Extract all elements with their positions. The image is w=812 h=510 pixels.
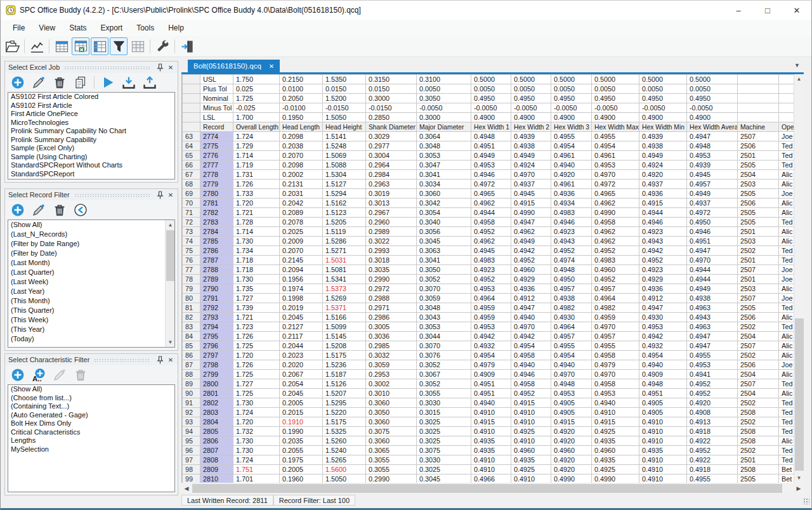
spec-value-cell[interactable]: 0.4900 bbox=[687, 113, 738, 122]
data-cell[interactable]: 0.3045 bbox=[417, 474, 471, 483]
spec-value-cell[interactable]: 0.4950 bbox=[471, 94, 511, 103]
record-filter-item[interactable]: (Filter by Date Range) bbox=[8, 239, 174, 249]
data-cell[interactable]: 0.4947 bbox=[639, 303, 687, 313]
spec-value-cell[interactable]: 0.4900 bbox=[471, 113, 511, 122]
data-cell[interactable]: 0.4910 bbox=[639, 455, 687, 465]
record-cell[interactable]: 2806 bbox=[200, 436, 233, 446]
data-cell[interactable]: 0.4943 bbox=[551, 237, 592, 246]
data-cell[interactable]: 0.4930 bbox=[551, 313, 592, 322]
record-cell[interactable]: 2795 bbox=[200, 332, 233, 341]
data-cell[interactable]: 0.2977 bbox=[366, 141, 417, 151]
data-cell[interactable]: Alic bbox=[779, 436, 794, 446]
data-cell[interactable]: 0.3002 bbox=[366, 379, 417, 389]
data-cell[interactable]: 0.4924 bbox=[511, 160, 551, 170]
data-cell[interactable]: 0.2035 bbox=[280, 436, 323, 446]
column-header-head-length[interactable]: Head Length bbox=[280, 122, 323, 132]
data-cell[interactable]: 0.4920 bbox=[639, 170, 687, 180]
spec-value-cell[interactable]: 0.5000 bbox=[551, 75, 592, 84]
row-number-cell[interactable]: 95 bbox=[183, 436, 200, 446]
record-cell[interactable]: 2793 bbox=[200, 313, 233, 322]
data-cell[interactable]: 0.4940 bbox=[639, 360, 687, 370]
data-cell[interactable]: 0.3075 bbox=[366, 427, 417, 436]
data-cell[interactable]: 2502 bbox=[738, 417, 779, 427]
data-cell[interactable]: 0.3050 bbox=[417, 265, 471, 275]
minimize-button[interactable]: – bbox=[724, 1, 753, 20]
data-cell[interactable]: 1.5099 bbox=[323, 322, 366, 332]
data-cell[interactable]: 0.3075 bbox=[417, 446, 471, 455]
data-cell[interactable]: 2505 bbox=[738, 303, 779, 313]
record-cell[interactable]: 2783 bbox=[200, 218, 233, 227]
spec-value-cell[interactable]: 0.0150 bbox=[366, 84, 417, 94]
data-cell[interactable]: Ted bbox=[779, 427, 794, 436]
data-cell[interactable]: 0.4934 bbox=[551, 199, 592, 208]
data-cell[interactable]: 0.4965 bbox=[471, 189, 511, 199]
data-cell[interactable]: 0.4910 bbox=[639, 474, 687, 483]
data-cell[interactable]: 0.4909 bbox=[639, 370, 687, 379]
reset-record-filter-button[interactable] bbox=[73, 202, 88, 218]
data-cell[interactable]: 0.4918 bbox=[687, 465, 738, 474]
data-cell[interactable]: 0.4990 bbox=[592, 208, 639, 218]
data-cell[interactable]: 2505 bbox=[738, 208, 779, 218]
data-cell[interactable]: 0.3055 bbox=[366, 455, 417, 465]
data-cell[interactable]: 0.4941 bbox=[687, 370, 738, 379]
data-cell[interactable]: 0.4962 bbox=[471, 199, 511, 208]
data-cell[interactable]: 0.4970 bbox=[511, 170, 551, 180]
data-cell[interactable]: 0.4960 bbox=[511, 446, 551, 455]
spec-value-cell[interactable]: 0.2150 bbox=[280, 75, 323, 84]
scroll-up-icon[interactable]: ▲ bbox=[794, 74, 804, 84]
data-cell[interactable]: 0.3041 bbox=[417, 170, 471, 180]
row-number-cell[interactable]: 72 bbox=[183, 218, 200, 227]
data-cell[interactable]: 0.4945 bbox=[687, 170, 738, 180]
menu-export[interactable]: Export bbox=[94, 21, 130, 35]
data-cell[interactable]: 0.3015 bbox=[417, 408, 471, 417]
add-characteristic-filter-button[interactable] bbox=[10, 367, 25, 383]
data-cell[interactable]: 1.5220 bbox=[323, 408, 366, 417]
data-cell[interactable]: 2501 bbox=[738, 227, 779, 237]
data-cell[interactable]: 0.4925 bbox=[511, 427, 551, 436]
data-cell[interactable]: 1.5175 bbox=[323, 417, 366, 427]
tab-close-icon[interactable]: ✕ bbox=[269, 63, 274, 70]
data-cell[interactable]: Joe bbox=[779, 132, 794, 141]
data-cell[interactable]: 0.4945 bbox=[471, 246, 511, 256]
spec-value-cell[interactable] bbox=[738, 84, 779, 94]
data-cell[interactable]: 0.2089 bbox=[280, 208, 323, 218]
record-filter-item[interactable]: (Last_N_Records) bbox=[8, 230, 174, 239]
column-header-head-height[interactable]: Head Height bbox=[323, 122, 366, 132]
record-cell[interactable]: 2805 bbox=[200, 427, 233, 436]
data-cell[interactable]: Ted bbox=[779, 408, 794, 417]
data-cell[interactable]: 0.3060 bbox=[366, 417, 417, 427]
data-cell[interactable]: 0.1975 bbox=[280, 455, 323, 465]
data-cell[interactable]: 1.5294 bbox=[323, 189, 366, 199]
data-cell[interactable]: 2508 bbox=[738, 427, 779, 436]
data-cell[interactable]: 0.2963 bbox=[366, 180, 417, 189]
charts-button[interactable] bbox=[28, 37, 46, 55]
data-cell[interactable]: 1.5207 bbox=[323, 389, 366, 398]
data-cell[interactable]: 1.730 bbox=[233, 275, 280, 284]
row-number-cell[interactable]: 70 bbox=[183, 199, 200, 208]
data-cell[interactable]: 0.4920 bbox=[551, 436, 592, 446]
spec-value-cell[interactable]: 0.0050 bbox=[417, 84, 471, 94]
record-cell[interactable]: 2787 bbox=[200, 256, 233, 265]
data-cell[interactable]: 2502 bbox=[738, 351, 779, 360]
data-cell[interactable]: 1.5286 bbox=[323, 237, 366, 246]
data-cell[interactable]: 2507 bbox=[738, 265, 779, 275]
data-cell[interactable]: 0.2044 bbox=[280, 341, 323, 351]
data-cell[interactable]: 1.727 bbox=[233, 379, 280, 389]
data-cell[interactable]: 1.5295 bbox=[323, 398, 366, 408]
data-cell[interactable]: 0.4970 bbox=[551, 370, 592, 379]
spec-value-cell[interactable]: 0.4950 bbox=[592, 94, 639, 103]
spec-value-cell[interactable]: 0.4950 bbox=[639, 94, 687, 103]
data-cell[interactable]: 0.4925 bbox=[511, 465, 551, 474]
data-cell[interactable]: 0.3060 bbox=[366, 398, 417, 408]
data-cell[interactable]: 0.3040 bbox=[417, 218, 471, 227]
data-cell[interactable]: 0.4957 bbox=[551, 284, 592, 294]
data-cell[interactable]: 0.4929 bbox=[511, 275, 551, 284]
spec-value-cell[interactable]: 0.0050 bbox=[592, 84, 639, 94]
record-cell[interactable]: 2801 bbox=[200, 389, 233, 398]
record-cell[interactable]: 2796 bbox=[200, 341, 233, 351]
spec-value-cell[interactable]: 0.0100 bbox=[280, 84, 323, 94]
data-cell[interactable]: 2502 bbox=[738, 398, 779, 408]
data-cell[interactable]: 0.4946 bbox=[687, 227, 738, 237]
data-cell[interactable]: 0.4923 bbox=[471, 265, 511, 275]
data-cell[interactable]: Alic bbox=[779, 313, 794, 322]
